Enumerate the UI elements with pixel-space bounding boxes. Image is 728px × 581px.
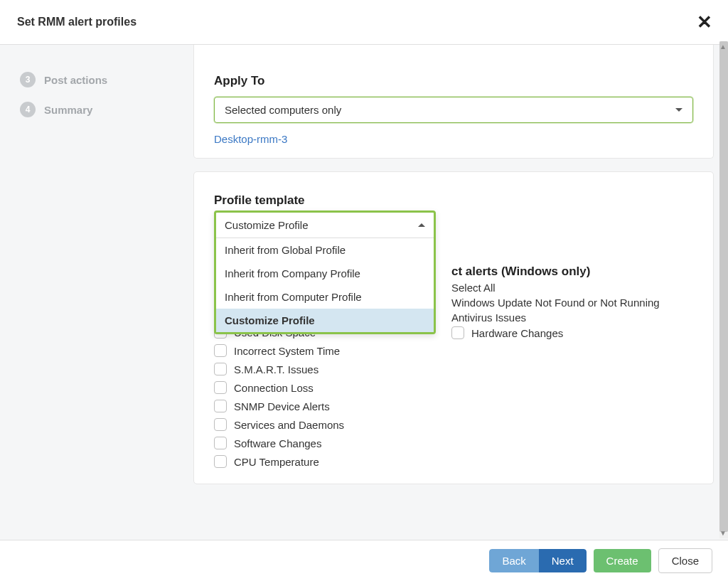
modal-header: Set RMM alert profiles ✕: [0, 0, 728, 45]
alert-checkbox-row: Connection Loss: [214, 381, 430, 394]
checkbox-cpu-temperature[interactable]: [214, 455, 227, 468]
close-icon[interactable]: ✕: [697, 13, 712, 31]
alert-label: Windows Update Not Found or Not Running: [451, 297, 660, 309]
checkbox-software-changes[interactable]: [214, 437, 227, 449]
profile-template-panel: Profile template Customize Profile Inher…: [193, 171, 714, 484]
checkbox-services-daemons[interactable]: [214, 418, 227, 431]
alert-label: Services and Daemons: [234, 419, 344, 431]
alerts-right-column: ct alerts (Windows only) Select All Wind…: [451, 265, 693, 468]
alert-label: Software Changes: [234, 437, 321, 449]
scroll-down-icon[interactable]: ▼: [719, 529, 727, 537]
sidebar-step-summary[interactable]: 4 Summary: [0, 95, 178, 124]
modal-footer: Back Next Create Close: [0, 540, 728, 581]
dropdown-option-customize[interactable]: Customize Profile: [216, 309, 434, 332]
scroll-up-icon[interactable]: ▲: [719, 43, 727, 50]
wizard-sidebar: 3 Post actions 4 Summary: [0, 45, 178, 543]
alert-checkbox-row: Software Changes: [214, 437, 430, 449]
next-button[interactable]: Next: [539, 549, 587, 572]
profile-template-selected[interactable]: Customize Profile: [216, 213, 434, 238]
selected-computer-link[interactable]: Desktop-rmm-3: [214, 133, 287, 145]
apply-to-heading: Apply To: [214, 74, 693, 88]
main-content: Apply To Selected computers only Desktop…: [178, 45, 728, 543]
alert-checkbox-row: Windows Update Not Found or Not Running: [451, 297, 693, 309]
alert-label: SNMP Device Alerts: [234, 400, 330, 412]
alert-checkbox-row: CPU Temperature: [214, 455, 430, 468]
alert-label: Hardware Changes: [471, 327, 563, 339]
checkbox-hardware-changes[interactable]: [451, 326, 464, 339]
alert-label: Antivirus Issues: [451, 311, 526, 324]
checkbox-smart-issues[interactable]: [214, 363, 227, 375]
apply-to-select[interactable]: Selected computers only: [214, 97, 693, 123]
alert-checkbox-row: Select All: [451, 282, 693, 294]
checkbox-connection-loss[interactable]: [214, 381, 227, 394]
alert-checkbox-row: Hardware Changes: [451, 326, 693, 339]
dropdown-option-company[interactable]: Inherit from Company Profile: [216, 262, 434, 285]
modal-body: 3 Post actions 4 Summary Apply To Select…: [0, 45, 728, 543]
profile-template-menu: Inherit from Global Profile Inherit from…: [216, 238, 434, 332]
dropdown-option-computer[interactable]: Inherit from Computer Profile: [216, 285, 434, 309]
alert-label: CPU Temperature: [234, 456, 319, 468]
step-number-icon: 4: [20, 102, 36, 117]
alert-checkbox-row: Services and Daemons: [214, 418, 430, 431]
alert-checkbox-row: Incorrect System Time: [214, 344, 430, 357]
close-button[interactable]: Close: [658, 548, 712, 573]
checkbox-incorrect-system-time[interactable]: [214, 344, 227, 357]
scrollbar-thumb[interactable]: [719, 41, 728, 532]
step-label: Post actions: [44, 74, 107, 86]
back-button[interactable]: Back: [489, 549, 538, 572]
alert-checkbox-row: Antivirus Issues: [451, 311, 693, 324]
chevron-up-icon: [418, 223, 425, 227]
profile-template-dropdown[interactable]: Customize Profile Inherit from Global Pr…: [214, 210, 436, 334]
alert-checkbox-row: SNMP Device Alerts: [214, 400, 430, 412]
step-number-icon: 3: [20, 72, 36, 87]
chevron-down-icon: [675, 108, 682, 112]
product-alerts-heading: ct alerts (Windows only): [451, 265, 693, 279]
back-next-group: Back Next: [489, 549, 586, 572]
apply-to-panel: Apply To Selected computers only Desktop…: [193, 45, 714, 159]
alert-label: Select All: [451, 282, 496, 294]
apply-to-selected-value: Selected computers only: [225, 104, 341, 116]
modal-title: Set RMM alert profiles: [17, 16, 136, 28]
checkbox-snmp-device-alerts[interactable]: [214, 400, 227, 412]
alert-label: Incorrect System Time: [234, 345, 340, 357]
dropdown-option-global[interactable]: Inherit from Global Profile: [216, 238, 434, 262]
alert-label: Connection Loss: [234, 382, 314, 394]
step-label: Summary: [44, 104, 92, 116]
alert-label: S.M.A.R.T. Issues: [234, 363, 318, 375]
alert-checkbox-row: S.M.A.R.T. Issues: [214, 363, 430, 375]
create-button[interactable]: Create: [594, 549, 651, 572]
scrollbar-track[interactable]: [719, 41, 728, 538]
profile-template-heading: Profile template: [214, 193, 693, 208]
profile-template-selected-value: Customize Profile: [225, 219, 309, 231]
sidebar-step-post-actions[interactable]: 3 Post actions: [0, 65, 178, 95]
